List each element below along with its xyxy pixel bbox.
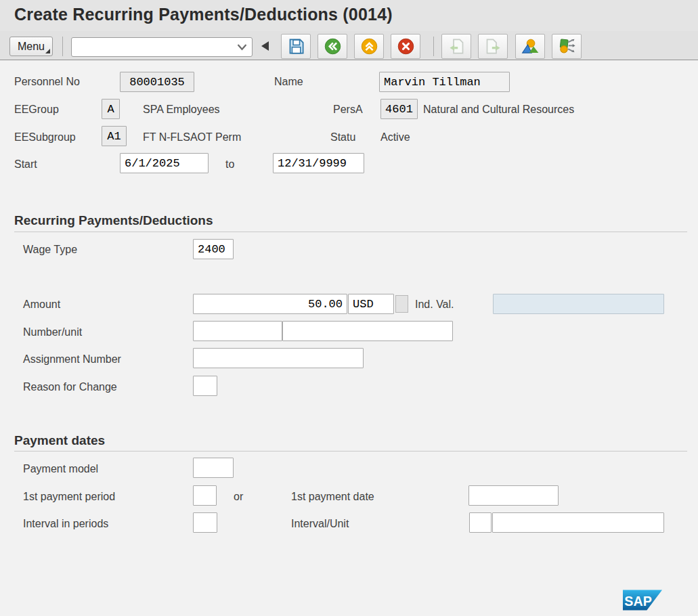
amount-label: Amount bbox=[23, 299, 60, 311]
pers-a-field[interactable] bbox=[380, 99, 418, 119]
menu-button-label: Menu bbox=[18, 41, 45, 53]
payment-dates-section-title: Payment dates bbox=[14, 433, 105, 448]
next-record-button[interactable] bbox=[478, 34, 508, 59]
or-label: or bbox=[234, 491, 243, 503]
sap-logo-text: SAP bbox=[624, 594, 652, 609]
interval-unit-label: Interval/Unit bbox=[291, 518, 349, 530]
first-payment-period-field[interactable] bbox=[193, 485, 217, 506]
first-payment-date-field[interactable] bbox=[468, 485, 559, 506]
first-payment-date-label: 1st payment date bbox=[291, 491, 374, 503]
overview-landscape-icon bbox=[521, 37, 540, 56]
sap-logo: SAP bbox=[623, 590, 662, 611]
assignment-number-label: Assignment Number bbox=[23, 353, 121, 366]
ee-group-text: SPA Employees bbox=[143, 104, 220, 116]
status-value: Active bbox=[380, 131, 410, 144]
title-bar: Create Recurring Payments/Deductions (00… bbox=[0, 0, 698, 31]
number-field[interactable] bbox=[193, 321, 282, 341]
save-floppy-icon bbox=[287, 37, 305, 56]
status-label: Statu bbox=[330, 131, 355, 144]
menu-dropdown-corner-icon bbox=[45, 49, 50, 53]
interval-field[interactable] bbox=[469, 512, 492, 533]
reason-for-change-label: Reason for Change bbox=[23, 381, 117, 393]
number-unit-label: Number/unit bbox=[23, 326, 82, 338]
command-field[interactable] bbox=[71, 37, 253, 57]
assignment-number-field[interactable] bbox=[193, 348, 364, 368]
interval-in-periods-label: Interval in periods bbox=[23, 518, 108, 530]
collapse-left-arrow-icon[interactable] bbox=[261, 41, 269, 51]
wage-type-label: Wage Type bbox=[23, 244, 77, 256]
menu-button[interactable]: Menu bbox=[9, 37, 53, 56]
save-button[interactable] bbox=[281, 34, 311, 59]
first-payment-period-label: 1st payment period bbox=[23, 491, 115, 503]
overview-button[interactable] bbox=[515, 34, 545, 59]
sap-window: Create Recurring Payments/Deductions (00… bbox=[0, 0, 698, 616]
ee-subgroup-label: EESubgroup bbox=[14, 131, 76, 144]
exit-button[interactable] bbox=[354, 34, 384, 59]
currency-field[interactable] bbox=[348, 294, 394, 314]
interval-unit-field[interactable] bbox=[492, 512, 664, 533]
page-title: Create Recurring Payments/Deductions (00… bbox=[14, 5, 393, 24]
ee-group-field[interactable] bbox=[102, 99, 120, 119]
ee-subgroup-field[interactable] bbox=[102, 126, 127, 146]
personnel-no-label: Personnel No bbox=[14, 76, 80, 88]
section-divider bbox=[14, 451, 687, 452]
toolbar-separator bbox=[62, 37, 63, 56]
name-field[interactable] bbox=[379, 72, 510, 92]
command-field-input[interactable] bbox=[74, 39, 230, 56]
back-icon bbox=[324, 37, 342, 56]
pers-a-text: Natural and Cultural Resources bbox=[423, 104, 574, 116]
start-date-label: Start bbox=[14, 158, 37, 171]
previous-record-button[interactable] bbox=[441, 34, 471, 59]
reason-for-change-field[interactable] bbox=[193, 376, 217, 396]
previous-record-icon bbox=[448, 37, 466, 56]
wage-type-field[interactable] bbox=[193, 239, 234, 259]
next-record-icon bbox=[484, 37, 502, 56]
additional-functions-button[interactable] bbox=[552, 34, 582, 59]
payment-model-label: Payment model bbox=[23, 463, 98, 475]
unit-field[interactable] bbox=[282, 321, 453, 341]
assignment-arrows-icon bbox=[558, 37, 576, 56]
toolbar: Menu bbox=[0, 31, 698, 60]
cancel-button[interactable] bbox=[391, 34, 420, 59]
back-button[interactable] bbox=[318, 34, 347, 59]
toolbar-separator bbox=[433, 37, 434, 56]
payment-model-field[interactable] bbox=[193, 458, 234, 478]
recurring-section-title: Recurring Payments/Deductions bbox=[14, 213, 213, 228]
ee-subgroup-text: FT N-FLSAOT Perm bbox=[143, 131, 241, 144]
end-date-field[interactable] bbox=[273, 153, 364, 173]
amount-field[interactable] bbox=[193, 294, 347, 314]
pers-a-label: PersA bbox=[333, 104, 363, 116]
cancel-x-icon bbox=[397, 37, 415, 56]
ee-group-label: EEGroup bbox=[14, 104, 59, 116]
indirect-valuation-field bbox=[493, 294, 664, 314]
exit-icon bbox=[360, 37, 378, 56]
start-date-field[interactable] bbox=[120, 153, 209, 173]
indirect-valuation-label: Ind. Val. bbox=[415, 299, 454, 311]
personnel-no-field[interactable] bbox=[120, 72, 194, 92]
currency-value-help-button[interactable] bbox=[395, 295, 408, 313]
to-label: to bbox=[225, 158, 234, 171]
name-label: Name bbox=[274, 76, 303, 88]
section-divider bbox=[14, 232, 687, 232]
interval-in-periods-field[interactable] bbox=[193, 512, 217, 533]
chevron-down-icon[interactable] bbox=[237, 43, 247, 51]
